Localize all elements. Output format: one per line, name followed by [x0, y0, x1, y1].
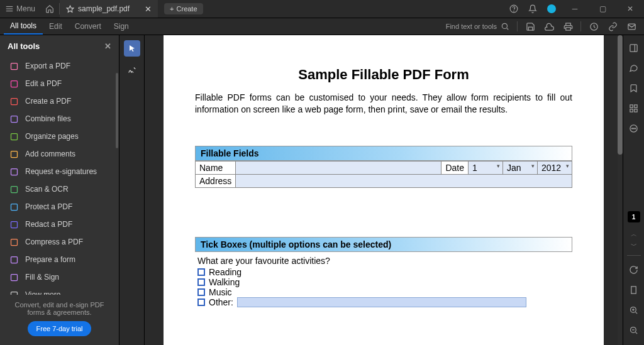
sidebar-item-label: Compress a PDF	[25, 238, 83, 246]
address-input[interactable]	[236, 174, 572, 187]
tool-icon	[9, 202, 19, 212]
sidebar-item-compress-a-pdf[interactable]: Compress a PDF	[0, 233, 119, 251]
sidebar-item-label: Fill & Sign	[25, 273, 59, 282]
svg-rect-16	[11, 133, 17, 140]
sidebar-item-scan-ocr[interactable]: Scan & OCR	[0, 180, 119, 198]
account-avatar[interactable]	[542, 0, 561, 18]
svg-rect-13	[11, 80, 17, 87]
svg-marker-3	[67, 6, 74, 12]
tool-icon	[9, 149, 19, 159]
other-input[interactable]	[237, 297, 526, 307]
checkbox-other[interactable]	[197, 298, 205, 306]
svg-rect-28	[630, 104, 633, 107]
sidebar-item-view-more[interactable]: View more	[0, 286, 119, 295]
maximize-button[interactable]: ▢	[589, 0, 616, 18]
svg-rect-9	[565, 27, 570, 30]
document-tab[interactable]: sample_pdf.pdf ✕	[60, 0, 158, 18]
svg-point-34	[633, 128, 634, 128]
year-select[interactable]: 2012	[538, 161, 572, 174]
svg-rect-19	[11, 186, 17, 192]
document-area[interactable]: Sample Fillable PDF Form Fillable PDF fo…	[145, 35, 623, 345]
page-number[interactable]: 1	[628, 211, 640, 222]
tab-convert[interactable]: Convert	[69, 18, 108, 35]
date-label: Date	[441, 161, 469, 174]
tool-icon	[9, 255, 19, 265]
grid-icon[interactable]	[625, 99, 643, 117]
sign-tool[interactable]	[124, 62, 140, 78]
bookmark-icon[interactable]	[625, 79, 643, 97]
day-select[interactable]: 1	[469, 161, 503, 174]
svg-rect-23	[11, 256, 17, 263]
minimize-button[interactable]: ─	[561, 0, 589, 18]
svg-rect-21	[11, 221, 17, 227]
sidebar-item-label: Edit a PDF	[25, 79, 62, 88]
svg-rect-8	[565, 23, 570, 25]
sidebar-item-create-a-pdf[interactable]: Create a PDF	[0, 92, 119, 110]
name-input[interactable]	[236, 161, 441, 174]
cloud-icon[interactable]	[540, 22, 558, 31]
checkbox-reading[interactable]	[197, 268, 205, 276]
viewer: Sample Fillable PDF Form Fillable PDF fo…	[119, 35, 644, 345]
link-icon[interactable]	[604, 22, 621, 31]
page-fit-icon[interactable]	[625, 281, 643, 298]
rotate-icon[interactable]	[625, 261, 643, 278]
menu-button[interactable]: Menu	[0, 0, 40, 18]
svg-rect-36	[631, 286, 636, 293]
page-title: Sample Fillable PDF Form	[195, 67, 572, 83]
tab-sign[interactable]: Sign	[108, 18, 135, 35]
sidebar-item-export-a-pdf[interactable]: Export a PDF	[0, 57, 119, 75]
intro-text: Fillable PDF forms can be customised to …	[195, 92, 572, 116]
mail-icon[interactable]	[623, 22, 640, 31]
svg-rect-20	[11, 204, 17, 210]
sidebar-item-request-e-signatures[interactable]: Request e-signatures	[0, 163, 119, 180]
close-window-button[interactable]: ✕	[616, 0, 644, 18]
sidebar-item-redact-a-pdf[interactable]: Redact a PDF	[0, 216, 119, 233]
sidebar-item-organize-pages[interactable]: Organize pages	[0, 128, 119, 145]
svg-rect-26	[630, 44, 637, 51]
svg-point-6	[502, 23, 507, 28]
sidebar-item-fill-sign[interactable]: Fill & Sign	[0, 268, 119, 286]
tool-icon	[9, 167, 19, 177]
sidebar-title: All tools	[8, 41, 40, 51]
sidebar-item-combine-files[interactable]: Combine files	[0, 110, 119, 128]
checkbox-walking[interactable]	[197, 278, 205, 286]
month-select[interactable]: Jan	[503, 161, 538, 174]
print-icon[interactable]	[559, 22, 577, 31]
home-button[interactable]	[40, 0, 59, 18]
ai-icon[interactable]	[585, 22, 602, 31]
close-sidebar-icon[interactable]: ✕	[104, 41, 111, 51]
zoom-out-icon[interactable]	[625, 321, 643, 339]
checkbox-music[interactable]	[197, 288, 205, 296]
sidebar-item-edit-a-pdf[interactable]: Edit a PDF	[0, 75, 119, 92]
close-tab-icon[interactable]: ✕	[145, 4, 152, 14]
free-trial-button[interactable]: Free 7-day trial	[28, 321, 92, 336]
page-down-icon[interactable]: ﹀	[631, 241, 637, 250]
create-button[interactable]: + Create	[164, 3, 203, 14]
tool-icon	[9, 272, 19, 282]
page-up-icon[interactable]: ︿	[631, 230, 637, 239]
select-tool[interactable]	[124, 40, 140, 57]
titlebar: Menu sample_pdf.pdf ✕ + Create ─ ▢ ✕	[0, 0, 644, 18]
svg-rect-15	[11, 116, 17, 122]
more-icon[interactable]	[625, 119, 643, 137]
save-icon[interactable]	[521, 22, 539, 31]
help-button[interactable]	[504, 0, 523, 18]
find-field[interactable]: Find text or tools	[442, 22, 513, 31]
panel-icon[interactable]	[625, 39, 643, 57]
sidebar-item-protect-a-pdf[interactable]: Protect a PDF	[0, 198, 119, 216]
sidebar-footer-text: Convert, edit and e-sign PDFforms & agre…	[5, 301, 114, 316]
tool-icon	[9, 79, 19, 89]
comment-icon[interactable]	[625, 59, 643, 77]
document-scrollbar[interactable]	[618, 35, 623, 345]
svg-rect-12	[11, 63, 17, 69]
sidebar-item-add-comments[interactable]: Add comments	[0, 145, 119, 163]
notifications-button[interactable]	[523, 0, 542, 18]
tab-all-tools[interactable]: All tools	[4, 18, 43, 35]
sidebar-scrollbar[interactable]	[115, 35, 119, 345]
main: All tools ✕ Export a PDFEdit a PDFCreate…	[0, 35, 644, 345]
tab-edit[interactable]: Edit	[43, 18, 69, 35]
svg-line-43	[635, 332, 637, 334]
tool-icon	[9, 114, 19, 124]
sidebar-item-prepare-a-form[interactable]: Prepare a form	[0, 251, 119, 268]
zoom-in-icon[interactable]	[625, 301, 643, 319]
